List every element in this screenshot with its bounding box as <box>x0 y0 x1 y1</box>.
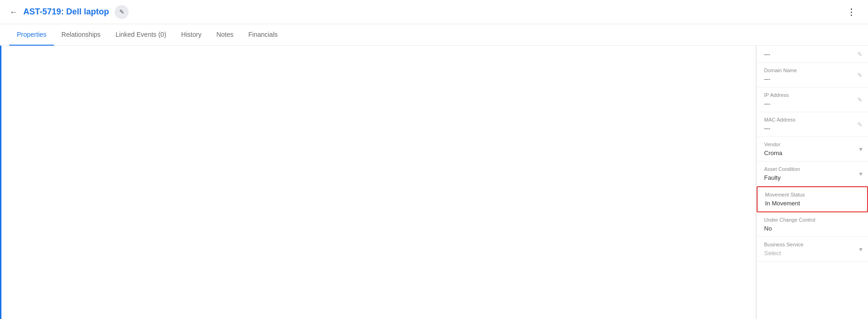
field-top-edit-icon[interactable]: ✎ <box>857 51 862 58</box>
field-top: --- ✎ <box>757 46 868 63</box>
vendor-dropdown-icon[interactable]: ▾ <box>859 145 862 153</box>
pencil-icon: ✎ <box>119 8 124 15</box>
mac-address-value: --- <box>764 125 770 132</box>
main-layout: --- ✎ Domain Name --- ✎ IP Address --- ✎… <box>0 46 868 319</box>
asset-condition-value: Faulty <box>764 174 780 181</box>
left-accent-bar <box>0 46 1 319</box>
business-service-dropdown-icon[interactable]: ▾ <box>859 245 862 253</box>
domain-name-label: Domain Name <box>764 68 861 73</box>
back-button[interactable]: ← <box>9 8 18 16</box>
vendor-label: Vendor <box>764 142 861 147</box>
domain-name-value: --- <box>764 75 770 82</box>
field-mac-address: MAC Address --- ✎ <box>757 112 868 137</box>
domain-name-edit-icon[interactable]: ✎ <box>857 72 862 79</box>
ip-address-edit-icon[interactable]: ✎ <box>857 96 862 103</box>
main-content-area <box>0 46 756 319</box>
movement-status-value: In Movement <box>765 200 800 207</box>
under-change-control-label: Under Change Control <box>764 217 861 223</box>
tab-linked-events[interactable]: Linked Events (0) <box>108 24 174 46</box>
mac-address-edit-icon[interactable]: ✎ <box>857 121 862 128</box>
top-bar: ← AST-5719: Dell laptop ✎ ⋮ <box>0 0 868 24</box>
tab-financials[interactable]: Financials <box>241 24 285 46</box>
mac-address-label: MAC Address <box>764 117 861 122</box>
field-ip-address: IP Address --- ✎ <box>757 88 868 112</box>
right-panel: --- ✎ Domain Name --- ✎ IP Address --- ✎… <box>756 46 868 319</box>
edit-title-button[interactable]: ✎ <box>115 5 129 19</box>
tab-properties[interactable]: Properties <box>9 24 54 46</box>
tab-history[interactable]: History <box>174 24 209 46</box>
tab-notes[interactable]: Notes <box>209 24 241 46</box>
asset-condition-dropdown-icon[interactable]: ▾ <box>859 170 862 177</box>
top-bar-left: ← AST-5719: Dell laptop ✎ <box>9 5 129 19</box>
tab-relationships[interactable]: Relationships <box>54 24 108 46</box>
business-service-value: Select <box>764 250 781 257</box>
field-vendor: Vendor Croma ▾ <box>757 137 868 162</box>
field-top-value: --- <box>764 51 770 58</box>
field-business-service: Business Service Select ▾ <box>757 237 868 262</box>
ip-address-value: --- <box>764 100 770 107</box>
business-service-label: Business Service <box>764 242 861 247</box>
page-title: AST-5719: Dell laptop <box>23 7 109 17</box>
field-asset-condition: Asset Condition Faulty ▾ <box>757 162 868 186</box>
movement-status-label: Movement Status <box>765 192 860 197</box>
under-change-control-value: No <box>764 225 772 232</box>
field-movement-status: Movement Status In Movement <box>757 186 868 212</box>
vendor-value: Croma <box>764 149 782 156</box>
more-options-button[interactable]: ⋮ <box>844 5 859 20</box>
ip-address-label: IP Address <box>764 92 861 98</box>
asset-condition-label: Asset Condition <box>764 166 861 172</box>
field-under-change-control: Under Change Control No <box>757 212 868 237</box>
more-icon: ⋮ <box>847 7 856 17</box>
tabs-bar: Properties Relationships Linked Events (… <box>0 24 868 46</box>
field-domain-name: Domain Name --- ✎ <box>757 63 868 88</box>
